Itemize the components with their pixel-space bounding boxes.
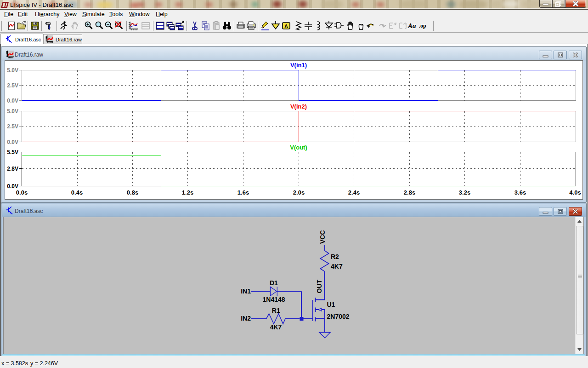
svg-text:0.0V: 0.0V bbox=[7, 139, 18, 145]
svg-text:V(out): V(out) bbox=[290, 144, 307, 151]
svg-text:1.2s: 1.2s bbox=[182, 189, 193, 196]
svg-text:2.0s: 2.0s bbox=[293, 189, 305, 196]
svg-text:2.5V: 2.5V bbox=[7, 123, 18, 130]
svg-text:R1: R1 bbox=[272, 307, 280, 314]
svg-text:Aa: Aa bbox=[407, 22, 416, 29]
svg-text:2.8V: 2.8V bbox=[7, 166, 18, 172]
svg-text:3.6s: 3.6s bbox=[514, 189, 526, 196]
svg-text:A: A bbox=[284, 23, 288, 29]
svg-text:4K7: 4K7 bbox=[331, 263, 343, 270]
svg-text:4.0s: 4.0s bbox=[569, 189, 581, 196]
svg-text:2.5V: 2.5V bbox=[7, 82, 18, 89]
svg-text:5.0V: 5.0V bbox=[7, 108, 18, 115]
svg-text:5.5V: 5.5V bbox=[7, 149, 18, 155]
svg-text:V(in2): V(in2) bbox=[290, 103, 307, 110]
svg-text:0.0V: 0.0V bbox=[7, 98, 18, 104]
svg-text:1.6s: 1.6s bbox=[237, 189, 249, 196]
svg-text:0.0V: 0.0V bbox=[7, 183, 18, 190]
svg-text:D1: D1 bbox=[270, 279, 278, 287]
svg-text:2.8s: 2.8s bbox=[404, 189, 415, 196]
svg-text:R2: R2 bbox=[331, 253, 339, 260]
svg-text:IN1: IN1 bbox=[241, 288, 251, 295]
svg-text:U1: U1 bbox=[327, 301, 335, 308]
svg-text:0.8s: 0.8s bbox=[127, 189, 138, 196]
svg-text:3.2s: 3.2s bbox=[459, 189, 470, 196]
svg-text:VCC: VCC bbox=[319, 230, 326, 244]
svg-text:1N4148: 1N4148 bbox=[263, 296, 285, 303]
svg-text:2.4s: 2.4s bbox=[348, 189, 360, 196]
svg-text:2N7002: 2N7002 bbox=[327, 313, 350, 320]
svg-text:5.0V: 5.0V bbox=[7, 67, 18, 74]
svg-text:4K7: 4K7 bbox=[270, 323, 282, 331]
svg-text:0.0s: 0.0s bbox=[16, 189, 28, 196]
svg-text:V(in1): V(in1) bbox=[290, 62, 307, 69]
svg-text:IN2: IN2 bbox=[241, 315, 251, 322]
svg-text:0.4s: 0.4s bbox=[71, 189, 83, 196]
svg-text:.op: .op bbox=[419, 23, 426, 29]
svg-text:OUT: OUT bbox=[316, 280, 323, 293]
